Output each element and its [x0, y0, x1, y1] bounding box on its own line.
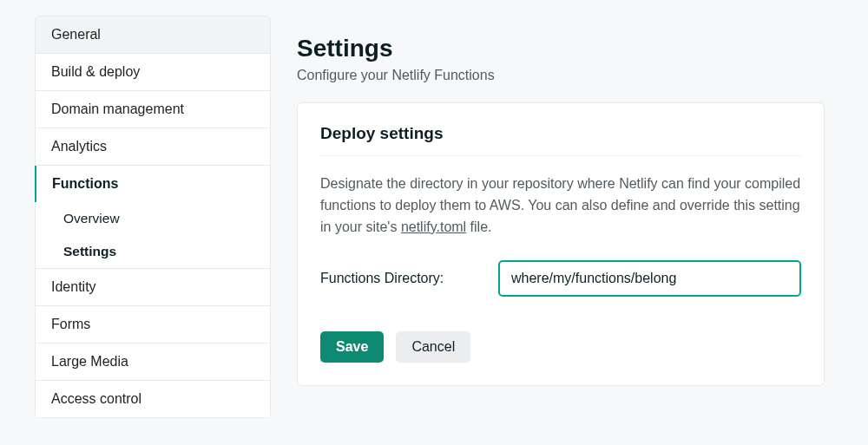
settings-sidebar: General Build & deploy Domain management… [35, 16, 271, 418]
save-button[interactable]: Save [320, 331, 384, 363]
sidebar-item-access-control[interactable]: Access control [36, 381, 270, 417]
deploy-settings-card: Deploy settings Designate the directory … [297, 102, 825, 386]
sidebar-item-general[interactable]: General [36, 16, 270, 54]
card-title: Deploy settings [320, 124, 801, 156]
card-desc-post: file. [466, 219, 491, 234]
button-row: Save Cancel [320, 331, 801, 363]
sidebar-item-identity[interactable]: Identity [36, 269, 270, 306]
sidebar-item-functions[interactable]: Functions [35, 166, 270, 202]
main-content: Settings Configure your Netlify Function… [297, 16, 833, 418]
card-desc-pre: Designate the directory in your reposito… [320, 176, 800, 234]
sidebar-subitem-overview[interactable]: Overview [36, 202, 270, 235]
page-subtitle: Configure your Netlify Functions [297, 68, 825, 83]
sidebar-item-domain-management[interactable]: Domain management [36, 91, 270, 128]
functions-directory-input[interactable] [498, 260, 801, 297]
cancel-button[interactable]: Cancel [396, 331, 470, 363]
functions-directory-row: Functions Directory: [320, 260, 801, 297]
card-description: Designate the directory in your reposito… [320, 173, 801, 238]
sidebar-group-functions: Functions Overview Settings [36, 166, 270, 269]
sidebar-item-analytics[interactable]: Analytics [36, 128, 270, 166]
functions-directory-label: Functions Directory: [320, 271, 472, 286]
sidebar-subitem-settings[interactable]: Settings [36, 235, 270, 268]
sidebar-item-forms[interactable]: Forms [36, 306, 270, 344]
sidebar-item-large-media[interactable]: Large Media [36, 344, 270, 381]
sidebar-item-build-deploy[interactable]: Build & deploy [36, 54, 270, 91]
netlify-toml-link[interactable]: netlify.toml [401, 219, 466, 234]
page-title: Settings [297, 35, 825, 62]
